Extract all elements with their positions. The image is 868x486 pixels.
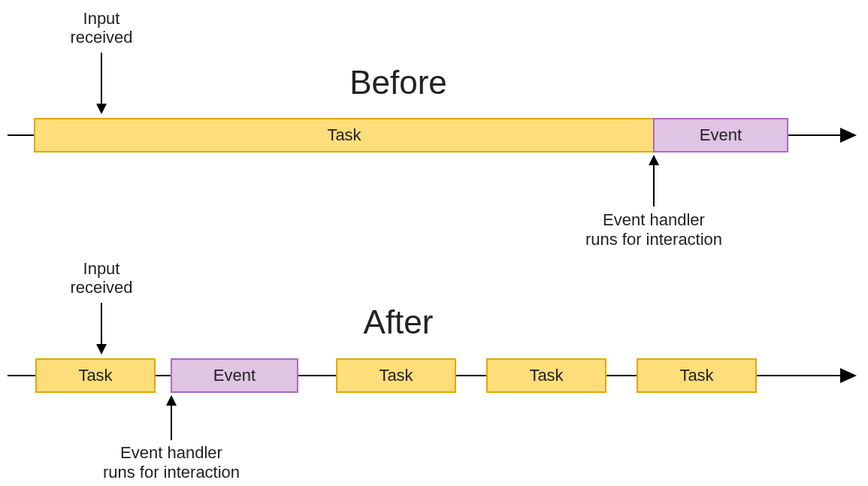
after-input-arrow	[96, 303, 107, 355]
after-task-box-2: Task	[337, 359, 455, 392]
after-input-line2: received	[70, 278, 132, 297]
before-input-line1: Input	[83, 9, 120, 28]
after-task-label-3: Task	[529, 366, 564, 385]
after-task-label-4: Task	[679, 366, 714, 385]
after-event-label: Event	[213, 366, 256, 385]
svg-marker-18	[166, 395, 177, 406]
before-input-line2: received	[70, 28, 132, 47]
after-event-box: Event	[171, 359, 298, 392]
svg-marker-3	[840, 128, 857, 143]
after-handler-line1: Event handler	[120, 443, 222, 462]
before-handler-arrow	[649, 155, 659, 207]
svg-marker-11	[840, 368, 857, 383]
before-input-arrow	[96, 53, 107, 114]
after-handler-arrow	[166, 395, 177, 440]
before-task-label: Task	[327, 125, 361, 144]
after-task-label-1: Task	[78, 366, 113, 385]
svg-marker-7	[649, 155, 659, 165]
after-task-label-2: Task	[379, 366, 413, 385]
after-title: After	[364, 303, 434, 340]
timeline-diagram: Before Input received Task Event Event h…	[0, 0, 868, 486]
before-event-box: Event	[654, 119, 788, 152]
before-title: Before	[349, 64, 447, 101]
after-handler-line2: runs for interaction	[103, 463, 240, 481]
svg-marker-1	[96, 104, 107, 114]
after-task-box-4: Task	[637, 359, 756, 392]
before-handler-line1: Event handler	[603, 210, 705, 229]
after-input-line1: Input	[83, 259, 120, 278]
before-handler-line2: runs for interaction	[585, 230, 722, 249]
after-task-box-3: Task	[487, 359, 606, 392]
svg-marker-9	[96, 344, 107, 355]
before-event-label: Event	[700, 125, 742, 144]
before-task-box: Task	[35, 119, 654, 152]
after-task-box-1: Task	[36, 359, 155, 392]
